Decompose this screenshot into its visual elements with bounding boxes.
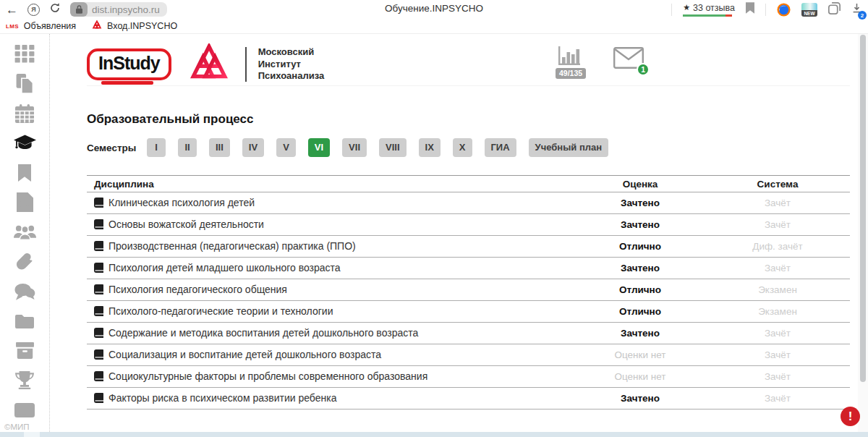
sidebar-item-documents[interactable] [15, 76, 34, 94]
book-icon [94, 306, 103, 318]
system-value: Экзамен [705, 279, 850, 301]
table-row[interactable]: Клиническая психология детей Зачтено Зач… [87, 192, 850, 214]
separator [765, 4, 766, 16]
sidebar-item-files[interactable] [15, 313, 34, 331]
back-icon[interactable]: ← [6, 4, 18, 16]
semester-tab-gia[interactable]: ГИА [485, 138, 516, 157]
lock-icon[interactable] [70, 2, 88, 17]
extension-new-icon[interactable]: NEW [801, 3, 817, 17]
progress-widget[interactable]: 49/135 [556, 45, 586, 79]
mail-widget[interactable]: 1 [613, 47, 644, 72]
system-value: Диф. зачёт [705, 236, 850, 258]
refresh-icon[interactable] [49, 2, 61, 17]
trophy-icon [15, 371, 34, 392]
column-system: Система [705, 176, 850, 192]
scrollbar-thumb[interactable] [860, 35, 866, 382]
semester-tab-3[interactable]: III [209, 138, 230, 157]
semester-tab-10[interactable]: X [453, 138, 472, 157]
table-row[interactable]: Социализация и воспитание детей дошкольн… [87, 344, 850, 366]
table-row[interactable]: Психология педагогического общения Отлич… [87, 279, 850, 301]
bookmarks-bar: LMS Объявления Вход.INPSYCHO [0, 19, 868, 34]
downloads-count-badge: 2 [858, 11, 867, 20]
star-icon: ★ [683, 3, 690, 12]
vertical-scrollbar[interactable] [858, 34, 868, 432]
semester-tab-7[interactable]: VII [342, 138, 367, 157]
book-icon [94, 263, 103, 275]
column-discipline: Дисциплина [87, 176, 575, 192]
sidebar-item-schedule[interactable] [15, 106, 34, 124]
sidebar-item-group[interactable] [14, 224, 36, 242]
book-icon [94, 241, 103, 253]
semester-tab-8[interactable]: VIII [379, 138, 407, 157]
bar-chart-icon [558, 45, 583, 69]
horizontal-scrollbar[interactable] [0, 432, 868, 437]
table-row[interactable]: Производственная (педагогическая) практи… [87, 236, 850, 258]
table-row[interactable]: Факторы риска в психическом развитии реб… [87, 388, 850, 410]
yandex-browser-icon[interactable]: Я [27, 4, 40, 16]
group-icon [14, 224, 36, 243]
browser-window: ← Я dist.inpsycho.ru Обучение.INPSYCHO ★… [0, 0, 868, 437]
table-row[interactable]: Психолого-педагогические теории и технол… [87, 301, 850, 323]
discipline-name: Психология детей младшего школьного возр… [109, 262, 341, 273]
bookmark-inpsycho-login[interactable]: Вход.INPSYCHO [92, 20, 177, 32]
mip-triangle-logo[interactable] [187, 43, 231, 86]
sidebar-item-messages[interactable] [14, 284, 35, 302]
instudy-logo[interactable]: InStudy [87, 48, 171, 80]
sidebar-item-bookmarks[interactable] [18, 165, 31, 183]
table-row[interactable]: Психология детей младшего школьного возр… [87, 258, 850, 279]
grade-value: Отлично [575, 236, 705, 258]
mip-favicon [92, 20, 102, 32]
page-title: Образовательный процесс [87, 112, 868, 127]
discipline-name: Социализация и воспитание детей дошкольн… [109, 349, 381, 360]
system-value: Зачёт [705, 366, 850, 388]
book-icon [94, 198, 103, 210]
sidebar-item-video-materials[interactable] [17, 195, 33, 213]
site-header: InStudy Московский Институт Психоанализа [87, 43, 850, 86]
grade-value: Отлично [575, 279, 705, 301]
book-icon [94, 219, 103, 232]
lms-favicon: LMS [6, 23, 19, 30]
reviews-count: 33 отзыва [693, 3, 735, 13]
system-value: Зачёт [705, 323, 850, 344]
alert-icon[interactable]: ! [841, 407, 860, 426]
horizontal-scrollbar-gap [24, 432, 40, 437]
semester-tab-2[interactable]: II [178, 138, 197, 157]
semester-tab-1[interactable]: I [147, 138, 166, 157]
book-icon [94, 349, 103, 362]
reviews-widget[interactable]: ★ 33 отзыва [683, 3, 735, 17]
url-text: dist.inpsycho.ru [92, 4, 160, 15]
folder-icon [15, 314, 34, 331]
sidebar-item-dashboard[interactable] [14, 46, 35, 64]
sidebar-item-education[interactable] [14, 135, 36, 153]
book-icon [94, 284, 103, 297]
grid-icon [14, 45, 35, 66]
semester-tab-6-active[interactable]: VI [308, 138, 330, 157]
system-value: Зачёт [705, 344, 850, 366]
bookmark-announcements[interactable]: LMS Объявления [6, 21, 76, 31]
address-bar[interactable]: dist.inpsycho.ru [70, 2, 167, 17]
table-row[interactable]: Содержание и методика воспитания детей д… [87, 323, 850, 344]
semester-tab-5[interactable]: V [276, 138, 296, 157]
sidebar-item-attachments[interactable] [16, 254, 33, 272]
sidebar-item-archive[interactable] [16, 343, 34, 361]
grade-value: Зачтено [575, 192, 705, 214]
separator [671, 4, 672, 16]
discipline-name: Психолого-педагогические теории и технол… [109, 305, 333, 317]
table-row[interactable]: Основы вожатской деятельности Зачтено За… [87, 214, 850, 236]
sidebar-item-payments[interactable] [14, 402, 35, 420]
collections-icon[interactable] [828, 2, 841, 17]
bookmark-flag-icon[interactable] [746, 2, 754, 17]
curriculum-plan-button[interactable]: Учебный план [529, 138, 608, 157]
semester-tab-4[interactable]: IV [242, 138, 264, 157]
downloads-icon[interactable]: 2 [851, 2, 862, 17]
table-row[interactable]: Социокультурные факторы и проблемы совре… [87, 366, 850, 388]
discipline-name: Социокультурные факторы и проблемы совре… [109, 370, 427, 382]
graduation-cap-icon [14, 135, 36, 154]
documents-icon [15, 74, 34, 96]
semester-tab-9[interactable]: IX [419, 138, 441, 157]
book-icon [94, 328, 103, 340]
mail-count-badge: 1 [637, 63, 650, 76]
card-icon [14, 403, 35, 420]
sidebar-item-achievements[interactable] [15, 373, 34, 391]
extension-circle-icon[interactable] [777, 3, 791, 17]
